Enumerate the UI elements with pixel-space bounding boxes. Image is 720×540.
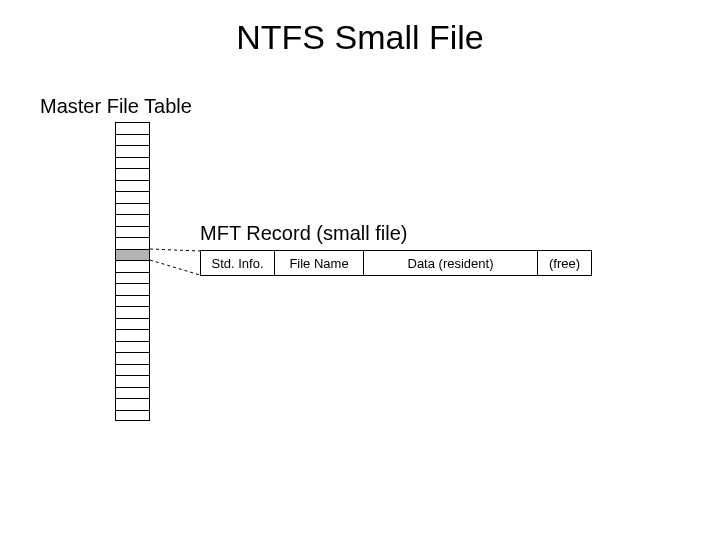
svg-line-1 <box>150 260 200 275</box>
cell-free: (free) <box>537 250 592 276</box>
mft-row <box>115 410 150 422</box>
cell-std-info: Std. Info. <box>200 250 275 276</box>
mft-row <box>115 145 150 157</box>
mft-row <box>115 295 150 307</box>
mft-record-label: MFT Record (small file) <box>200 222 407 245</box>
mft-row <box>115 226 150 238</box>
mft-row <box>115 168 150 180</box>
mft-row <box>115 260 150 272</box>
mft-row <box>115 387 150 399</box>
mft-row <box>115 191 150 203</box>
mft-row <box>115 180 150 192</box>
mft-row <box>115 364 150 376</box>
mft-row <box>115 398 150 410</box>
mft-row <box>115 203 150 215</box>
mft-row <box>115 341 150 353</box>
mft-table <box>115 122 150 421</box>
mft-row <box>115 237 150 249</box>
mft-row <box>115 375 150 387</box>
mft-row <box>115 272 150 284</box>
mft-row <box>115 157 150 169</box>
cell-data: Data (resident) <box>363 250 538 276</box>
mft-row <box>115 352 150 364</box>
mft-row <box>115 318 150 330</box>
mft-row <box>115 134 150 146</box>
page-title: NTFS Small File <box>0 18 720 57</box>
mft-row <box>115 249 150 261</box>
svg-line-0 <box>150 249 200 251</box>
mft-row <box>115 214 150 226</box>
mft-label: Master File Table <box>40 95 192 118</box>
mft-row <box>115 122 150 134</box>
cell-file-name: File Name <box>274 250 364 276</box>
mft-row <box>115 329 150 341</box>
mft-row <box>115 306 150 318</box>
mft-row <box>115 283 150 295</box>
mft-record: Std. Info. File Name Data (resident) (fr… <box>200 250 592 276</box>
